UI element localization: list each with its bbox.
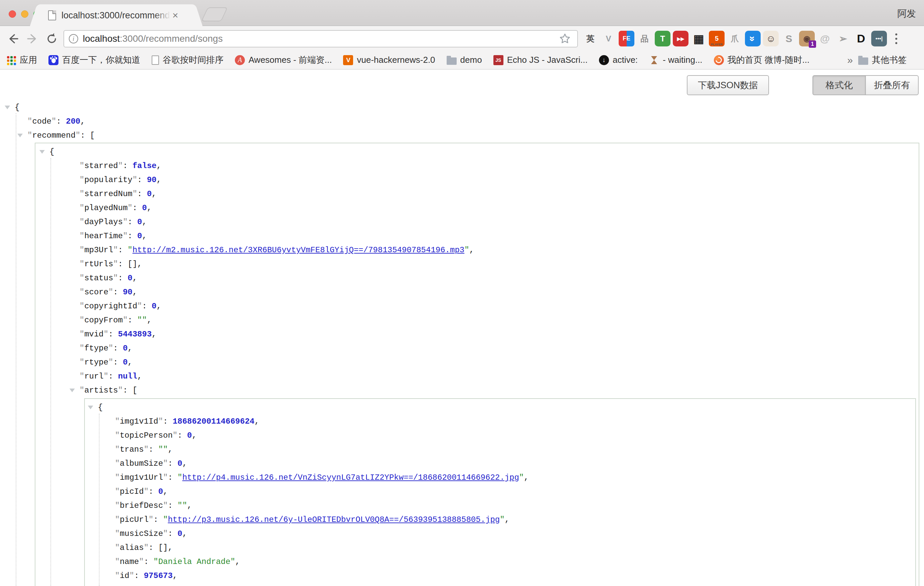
- page-icon: [152, 56, 159, 65]
- paw-icon[interactable]: 爪: [727, 31, 742, 46]
- address-bar[interactable]: i localhost:3000/recommend/songs: [63, 30, 578, 48]
- collapse-toggle-icon[interactable]: [40, 150, 45, 154]
- video-forward-icon[interactable]: ▶▶: [673, 31, 688, 46]
- vue-devtools-icon[interactable]: V: [601, 31, 616, 46]
- proxy-mask-icon[interactable]: ☺: [763, 31, 779, 46]
- bookmark-item[interactable]: 谷歌按时间排序: [152, 54, 223, 66]
- bookmark-item[interactable]: active:: [599, 55, 638, 65]
- forward-button[interactable]: [25, 31, 40, 46]
- minimize-window-icon[interactable]: [21, 10, 28, 18]
- json-viewer-controls: 下载JSON数据 格式化 折叠所有: [687, 75, 919, 95]
- bookmark-item[interactable]: 应用: [6, 54, 37, 66]
- weibo-icon: [714, 55, 724, 65]
- chrome-menu-icon[interactable]: [889, 31, 903, 46]
- translate-extension-icon[interactable]: 英: [582, 31, 598, 46]
- url-host: localhost: [83, 33, 120, 44]
- bookmark-label: 应用: [20, 54, 37, 66]
- tab-close-icon[interactable]: ×: [172, 10, 178, 20]
- json-row: "artists": [: [0, 383, 924, 398]
- awesomes-icon: [235, 55, 245, 65]
- profile-name[interactable]: 阿发: [897, 7, 916, 20]
- new-tab-button[interactable]: [201, 7, 228, 21]
- folder-icon: [858, 58, 868, 65]
- blue-chevrons-icon[interactable]: »: [745, 31, 761, 46]
- bookmark-item[interactable]: Awesomes - 前端资...: [235, 54, 332, 66]
- bookmark-label: active:: [613, 55, 638, 65]
- baidu-icon: [48, 55, 58, 65]
- reload-button[interactable]: [44, 31, 59, 46]
- weibo-swirl-icon[interactable]: @: [817, 31, 833, 46]
- json-row: "picUrl": "http://p3.music.126.net/6y-Ul…: [0, 513, 924, 527]
- json-url-link[interactable]: http://m2.music.126.net/3XR6BU6yvtyVmFE8…: [132, 246, 464, 254]
- apps-grid-icon: [6, 55, 16, 65]
- password-dots-icon[interactable]: •••|: [871, 31, 887, 46]
- page-content: 下载JSON数据 格式化 折叠所有 {"code": 200,"recommen…: [0, 70, 924, 586]
- json-row: "recommend": [: [0, 129, 924, 143]
- json-url-link[interactable]: http://p4.music.126.net/VnZiScyynLG7atLI…: [182, 473, 519, 482]
- bookmark-item[interactable]: 我的首页 微博-随时...: [714, 54, 810, 66]
- bookmark-item[interactable]: 百度一下，你就知道: [48, 54, 140, 66]
- bookmark-item[interactable]: Echo JS - JavaScri...: [493, 55, 587, 65]
- browser-tab[interactable]: localhost:3000/recommend/so ×: [40, 4, 193, 26]
- bookmark-item[interactable]: vue-hackernews-2.0: [343, 55, 435, 65]
- json-row: "alias": [],: [0, 541, 924, 555]
- fe-helper-icon[interactable]: FE: [619, 31, 634, 46]
- close-window-icon[interactable]: [9, 10, 16, 18]
- collapse-toggle-icon[interactable]: [69, 388, 75, 392]
- bookmarks-bar: 应用百度一下，你就知道谷歌按时间排序Awesomes - 前端资...vue-h…: [0, 51, 924, 69]
- json-row: "briefDesc": "",: [0, 499, 924, 513]
- json-row: "id": 975673,: [0, 569, 924, 583]
- other-bookmarks-label: 其他书签: [872, 54, 907, 66]
- json-row: "copyFrom": "",: [0, 314, 924, 327]
- green-shield-t-icon[interactable]: T: [655, 31, 670, 46]
- bookmark-label: Echo JS - JavaScri...: [507, 55, 587, 65]
- json-row: "picId": 0,: [0, 485, 924, 499]
- dark-reader-icon[interactable]: D: [853, 31, 869, 46]
- down-circle-icon: [599, 55, 609, 65]
- download-json-button[interactable]: 下载JSON数据: [687, 75, 769, 95]
- json-row: "ftype": 0,: [0, 342, 924, 355]
- html5-player-icon[interactable]: 5PLAYER: [709, 31, 724, 46]
- json-row: "starredNum": 0,: [0, 187, 924, 201]
- json-tree: {"code": 200,"recommend": [{"starred": f…: [0, 101, 924, 586]
- json-row: "rtUrls": [],: [0, 257, 924, 271]
- window-titlebar: localhost:3000/recommend/so × 阿发: [0, 0, 924, 26]
- qrcode-icon[interactable]: ▦: [691, 31, 706, 46]
- json-row: "trans": "",: [0, 443, 924, 457]
- bookmark-label: demo: [460, 55, 482, 65]
- sitemap-icon[interactable]: 品: [637, 31, 652, 46]
- collapse-toggle-icon[interactable]: [88, 406, 93, 409]
- json-row: "playedNum": 0,: [0, 201, 924, 215]
- s-extension-icon[interactable]: S: [781, 31, 797, 46]
- format-button[interactable]: 格式化: [812, 75, 865, 95]
- view-mode-segment: 格式化 折叠所有: [812, 75, 919, 95]
- back-button[interactable]: [5, 31, 21, 46]
- url-path: :3000/recommend/songs: [120, 33, 223, 44]
- json-row: "popularity": 90,: [0, 173, 924, 187]
- json-row: "dayPlays": 0,: [0, 215, 924, 229]
- monkey-badge-icon[interactable]: ◉1: [799, 31, 815, 46]
- collapse-toggle-icon[interactable]: [17, 134, 23, 137]
- page-info-icon[interactable]: i: [69, 34, 78, 43]
- bookmark-item[interactable]: demo: [447, 55, 482, 65]
- other-bookmarks[interactable]: 其他书签: [858, 54, 907, 66]
- json-url-link[interactable]: http://p3.music.126.net/6y-UleORITEDbvrO…: [168, 515, 500, 524]
- json-row: {: [0, 101, 924, 115]
- json-row: "img1v1Url": "http://p4.music.126.net/Vn…: [0, 471, 924, 485]
- bookmark-star-icon[interactable]: [557, 31, 573, 46]
- tab-title-fade: [154, 7, 174, 24]
- collapse-toggle-icon[interactable]: [5, 106, 10, 109]
- collapse-all-button[interactable]: 折叠所有: [865, 75, 919, 95]
- bookmark-label: 我的首页 微博-随时...: [728, 54, 810, 66]
- bookmarks-overflow-chevron[interactable]: »: [842, 54, 858, 66]
- hourglass-icon: [649, 55, 659, 65]
- json-row: "copyrightId": 0,: [0, 299, 924, 314]
- hummingbird-icon[interactable]: ➢: [835, 31, 851, 46]
- browser-toolbar: i localhost:3000/recommend/songs 英VFE品T▶…: [0, 26, 924, 51]
- json-row: "hearTime": 0,: [0, 229, 924, 243]
- bookmark-item[interactable]: - waiting...: [649, 55, 703, 65]
- bookmark-label: 谷歌按时间排序: [163, 54, 223, 66]
- json-row: {: [0, 145, 924, 159]
- url-text: localhost:3000/recommend/songs: [83, 33, 223, 44]
- vue-icon: [343, 55, 353, 65]
